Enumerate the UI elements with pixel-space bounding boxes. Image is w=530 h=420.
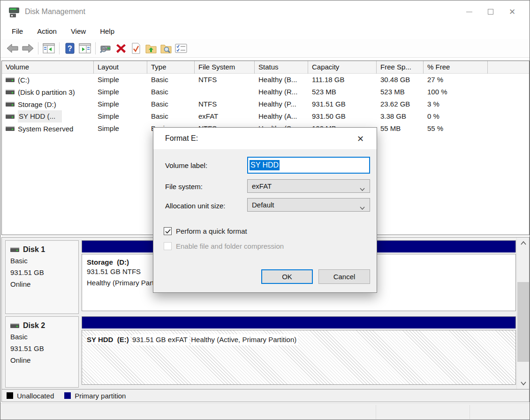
partition-info: 931.51 GB exFAT xyxy=(132,334,189,345)
cell-capacity: 523 MB xyxy=(308,86,377,98)
alloc-unit-select[interactable]: Default xyxy=(247,198,370,212)
cell-fs: NTFS xyxy=(195,74,255,86)
checkbox-unchecked-icon xyxy=(164,242,172,250)
toolbar-separator xyxy=(95,42,96,54)
legend-bar: Unallocated Primary partition xyxy=(1,389,530,402)
primary-partition-swatch xyxy=(64,392,71,399)
volume-label-input[interactable]: SY HDD xyxy=(247,157,370,174)
cell-pct: 100 % xyxy=(424,86,488,98)
dialog-close-icon[interactable]: ✕ xyxy=(350,128,371,150)
file-system-value: exFAT xyxy=(252,182,272,190)
folder-search-icon[interactable] xyxy=(159,42,173,55)
column-header-status[interactable]: Status xyxy=(255,61,308,74)
menu-file[interactable]: File xyxy=(6,25,29,37)
cell-pct: 27 % xyxy=(424,74,488,86)
volume-name: System Reserved xyxy=(18,123,73,135)
vertical-scrollbar[interactable] xyxy=(516,237,529,389)
cell-layout: Simple xyxy=(94,74,147,86)
column-header-type[interactable]: Type xyxy=(147,61,195,74)
volume-name: SY HDD (... xyxy=(18,110,62,122)
maximize-icon xyxy=(488,9,493,15)
disk-status: Online xyxy=(10,279,78,289)
cell-layout: Simple xyxy=(94,122,147,135)
minimize-button[interactable] xyxy=(458,0,480,23)
column-header-layout[interactable]: Layout xyxy=(94,61,147,74)
disk-size: 931.51 GB xyxy=(10,344,78,353)
volume-icon xyxy=(6,126,15,132)
cell-status: Healthy (P... xyxy=(255,98,308,110)
volume-label-value: SY HDD xyxy=(250,160,280,170)
table-row[interactable]: (Disk 0 partition 3) Simple Basic Health… xyxy=(2,86,529,98)
toolbar-separator xyxy=(59,42,60,54)
disk-2-label-panel[interactable]: Disk 2 Basic 931.51 GB Online xyxy=(5,316,79,388)
statusbar xyxy=(0,403,530,420)
rescan-disks-icon[interactable] xyxy=(99,42,113,55)
legend-unallocated-label: Unallocated xyxy=(17,392,54,400)
alloc-unit-label: Allocation unit size: xyxy=(165,202,225,210)
cell-pct: 0 % xyxy=(424,110,488,122)
menu-action[interactable]: Action xyxy=(31,25,62,37)
column-header-file-system[interactable]: File System xyxy=(195,61,255,74)
dialog-title: Format E: xyxy=(165,134,198,143)
console-tree-icon[interactable] xyxy=(42,42,56,55)
minimize-icon xyxy=(466,12,472,12)
delete-volume-icon[interactable] xyxy=(114,42,128,55)
folder-up-icon[interactable] xyxy=(144,42,158,55)
cell-layout: Simple xyxy=(94,110,147,122)
cancel-button[interactable]: Cancel xyxy=(318,269,370,284)
cell-type: Basic xyxy=(147,110,195,122)
compression-label: Enable file and folder compression xyxy=(176,242,284,250)
close-button[interactable]: ✕ xyxy=(501,0,523,23)
task-check-icon[interactable] xyxy=(129,42,143,55)
table-row-selected[interactable]: SY HDD (... Simple Basic exFAT Healthy (… xyxy=(2,110,529,122)
disk-1-label-panel[interactable]: Disk 1 Basic 931.51 GB Online xyxy=(5,240,79,314)
menu-view[interactable]: View xyxy=(65,25,91,37)
file-system-select[interactable]: exFAT xyxy=(247,179,370,193)
volume-label-label: Volume label: xyxy=(165,161,207,169)
scroll-up-icon[interactable] xyxy=(517,237,530,249)
ok-button[interactable]: OK xyxy=(261,269,313,284)
cell-capacity: 931.51 GB xyxy=(308,98,377,110)
volume-name: Storage (D:) xyxy=(18,99,56,110)
cell-free: 30.48 GB xyxy=(377,74,424,86)
partition-color-band xyxy=(82,316,516,328)
cell-type: Basic xyxy=(147,98,195,110)
cell-layout: Simple xyxy=(94,98,147,110)
titlebar: Disk Management ✕ xyxy=(0,0,530,23)
scroll-down-icon[interactable] xyxy=(517,378,530,389)
volume-name: (Disk 0 partition 3) xyxy=(18,86,75,98)
column-header-free-space[interactable]: Free Sp... xyxy=(377,61,424,74)
column-header-volume[interactable]: Volume xyxy=(2,61,94,74)
cell-status: Healthy (B... xyxy=(255,74,308,86)
disk-name: Disk 1 xyxy=(23,245,45,254)
cell-free: 55 MB xyxy=(377,122,424,135)
dialog-titlebar: Format E: ✕ xyxy=(153,128,377,150)
quick-format-label: Perform a quick format xyxy=(176,227,247,235)
maximize-button[interactable] xyxy=(480,0,501,23)
menu-help[interactable]: Help xyxy=(94,25,120,37)
back-icon[interactable] xyxy=(6,42,20,55)
cell-pct: 55 % xyxy=(424,122,488,135)
cell-layout: Simple xyxy=(94,86,147,98)
quick-format-checkbox[interactable]: Perform a quick format xyxy=(164,227,247,235)
cell-status: Healthy (A... xyxy=(255,110,308,122)
table-row[interactable]: (C:) Simple Basic NTFS Healthy (B... 111… xyxy=(2,74,529,86)
window-title: Disk Management xyxy=(25,8,85,16)
action-pane-icon[interactable] xyxy=(78,42,92,55)
partition-status: Healthy (Active, Primary Partition) xyxy=(191,334,298,345)
table-row[interactable]: Storage (D:) Simple Basic NTFS Healthy (… xyxy=(2,98,529,110)
cell-free: 23.62 GB xyxy=(377,98,424,110)
volume-list-header: Volume Layout Type File System Status Ca… xyxy=(2,61,529,74)
column-header-pct-free[interactable]: % Free xyxy=(424,61,488,74)
volume-name: (C:) xyxy=(18,74,30,86)
scrollbar-thumb[interactable] xyxy=(517,282,529,362)
volume-icon xyxy=(6,89,15,95)
forward-icon[interactable] xyxy=(21,42,35,55)
help-icon[interactable]: ? xyxy=(63,42,77,55)
disk-2-partition-formatting[interactable]: SY HDD (E:) 931.51 GB exFAT Healthy (Act… xyxy=(82,316,516,385)
chevron-down-icon xyxy=(360,184,365,192)
unallocated-swatch xyxy=(7,392,13,399)
column-header-capacity[interactable]: Capacity xyxy=(308,61,377,74)
properties-checklist-icon[interactable] xyxy=(174,42,188,55)
disk-icon xyxy=(10,323,19,329)
